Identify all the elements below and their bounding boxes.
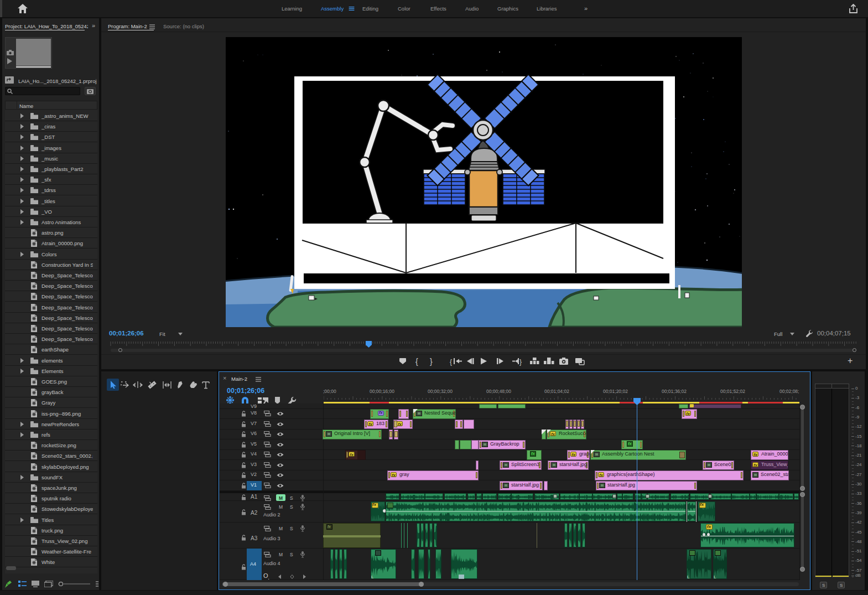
svg-text:{: {: [415, 357, 418, 366]
svg-text:}: }: [430, 357, 433, 366]
svg-text:{: {: [450, 358, 452, 366]
svg-text:}: }: [519, 358, 522, 366]
